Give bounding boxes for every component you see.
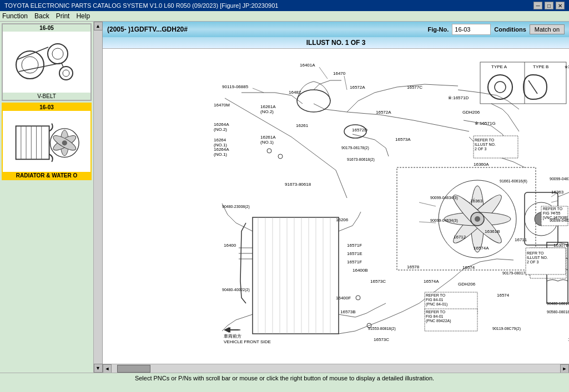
sidebar-item-radiator-code: 16-03 <box>3 104 90 111</box>
svg-text:16264A: 16264A <box>214 147 229 152</box>
scroll-left-button[interactable]: ◄ <box>103 364 112 373</box>
svg-point-0 <box>16 51 44 79</box>
minimize-button[interactable]: ─ <box>533 2 542 9</box>
conditions-label: Conditions <box>494 26 526 33</box>
main-layout: 16-05 V-B <box>0 22 569 373</box>
svg-text:16360A: 16360A <box>474 162 489 167</box>
menu-function[interactable]: Function <box>2 12 28 20</box>
svg-text:REFER TO: REFER TO <box>426 310 446 314</box>
svg-text:16400F: 16400F <box>336 296 351 301</box>
svg-text:VEHICLE FRONT SIDE: VEHICLE FRONT SIDE <box>224 339 271 344</box>
sidebar-container: 16-05 V-B <box>0 22 103 373</box>
svg-text:90099-04633(3): 90099-04633(3) <box>550 218 569 223</box>
sidebar-item-radiator[interactable]: 16-03 <box>2 103 92 180</box>
svg-text:16307B: 16307B <box>553 243 569 248</box>
svg-text:90099-04634(3): 90099-04634(3) <box>430 196 458 200</box>
svg-text:90580-08018(2): 90580-08018(2) <box>547 310 569 314</box>
svg-text:16470M: 16470M <box>214 103 230 108</box>
svg-point-19 <box>62 140 67 145</box>
svg-text:16572A: 16572A <box>376 110 391 115</box>
diagram-svg: .lbl { font-size: 8px; font-family: Aria… <box>103 49 569 364</box>
svg-text:※:16571G: ※:16571G <box>475 121 496 126</box>
svg-text:※:16571D: ※:16571D <box>448 95 469 100</box>
content-header: (2005- )1GDFTV...GDH20# Fig-No. Conditio… <box>103 22 569 37</box>
svg-text:91553-80818(2): 91553-80818(2) <box>368 327 396 331</box>
svg-text:90480-40022(2): 90480-40022(2) <box>222 288 250 292</box>
svg-text:16573A: 16573A <box>395 137 411 142</box>
status-text: Select PNCs or P/Ns with scroll bar or m… <box>135 375 434 381</box>
svg-text:16573B: 16573B <box>340 309 356 314</box>
radiator-svg <box>13 116 80 166</box>
sidebar-item-vbelt[interactable]: 16-05 V-B <box>2 23 92 101</box>
match-button[interactable]: Match on <box>530 24 565 34</box>
scroll-track[interactable] <box>112 364 560 373</box>
diagram-area[interactable]: .lbl { font-size: 8px; font-family: Aria… <box>103 49 569 364</box>
fig-no-input[interactable] <box>452 24 491 35</box>
svg-text:REFER TO: REFER TO <box>426 293 446 297</box>
close-button[interactable]: ✕ <box>556 2 565 9</box>
svg-text:16578: 16578 <box>407 264 420 269</box>
status-bar: Select PNCs or P/Ns with scroll bar or m… <box>0 373 569 383</box>
svg-text:16363: 16363 <box>470 198 483 203</box>
svg-text:(NO.1): (NO.1) <box>214 152 227 157</box>
svg-text:16573C: 16573C <box>374 337 389 342</box>
scroll-right-button[interactable]: ► <box>560 364 569 373</box>
menu-help[interactable]: Help <box>76 12 90 20</box>
svg-text:16400: 16400 <box>224 243 236 248</box>
svg-text:REFR TO: REFR TO <box>527 251 544 255</box>
window-controls: ─ □ ✕ <box>533 2 565 9</box>
maximize-button[interactable]: □ <box>545 2 553 9</box>
svg-text:90099-04634(3): 90099-04634(3) <box>430 218 458 223</box>
svg-text:GDH206: GDH206 <box>462 110 480 115</box>
sidebar-item-radiator-image <box>3 111 90 172</box>
svg-text:(NO.2): (NO.2) <box>214 127 227 132</box>
svg-point-48 <box>475 216 480 222</box>
svg-text:16470: 16470 <box>333 71 346 76</box>
svg-text:GDH206: GDH206 <box>458 282 476 287</box>
sidebar-scroll-up[interactable]: ▲ <box>94 22 103 30</box>
scroll-thumb[interactable] <box>117 365 150 373</box>
sidebar-item-radiator-label: RADIATOR & WATER O <box>3 172 90 179</box>
sidebar-scroll-down[interactable]: ▼ <box>94 364 103 373</box>
svg-text:16206: 16206 <box>336 217 349 222</box>
sidebar-item-vbelt-label: V-BELT <box>3 93 90 100</box>
svg-text:90119-08C79(2): 90119-08C79(2) <box>492 327 521 331</box>
svg-text:ILLUST NO.: ILLUST NO. <box>475 142 496 146</box>
fig-section: Fig-No. Conditions Match on <box>427 24 565 35</box>
svg-text:91673-80618(2): 91673-80618(2) <box>347 157 375 162</box>
svg-text:16261A: 16261A <box>260 135 276 140</box>
svg-text:REFER TO: REFER TO <box>543 207 563 211</box>
svg-text:90480-16014(2): 90480-16014(2) <box>547 302 569 306</box>
title-bar: TOYOTA ELECTRONIC PARTS CATALOG SYSTEM V… <box>0 0 569 11</box>
svg-point-4 <box>59 67 73 80</box>
svg-text:16401A: 16401A <box>300 63 315 68</box>
svg-text:TYPE A: TYPE A <box>491 64 507 69</box>
svg-text:91673-80618: 91673-80618 <box>285 182 311 187</box>
svg-text:(PNC 89422A): (PNC 89422A) <box>426 319 451 323</box>
content-area: (2005- )1GDFTV...GDH20# Fig-No. Conditio… <box>103 22 569 373</box>
svg-text:16363: 16363 <box>551 190 564 195</box>
svg-text:16361B: 16361B <box>485 229 500 234</box>
svg-text:16574: 16574 <box>497 293 510 298</box>
svg-text:16711: 16711 <box>515 237 527 242</box>
svg-text:91661-60616(6): 91661-60616(6) <box>500 179 527 184</box>
horizontal-scrollbar: ◄ ► <box>103 364 569 373</box>
svg-text:16577C: 16577C <box>407 85 422 90</box>
svg-text:16573C: 16573C <box>370 279 386 284</box>
svg-text:90179-06178(2): 90179-06178(2) <box>341 146 369 150</box>
diagram-canvas: .lbl { font-size: 8px; font-family: Aria… <box>103 49 569 364</box>
svg-text:16571F: 16571F <box>347 243 362 248</box>
svg-text:16264: 16264 <box>214 138 226 142</box>
svg-text:16572A: 16572A <box>350 85 365 90</box>
svg-text:90099-04633(3): 90099-04633(3) <box>550 177 569 181</box>
illust-text: ILLUST NO. 1 OF 3 <box>306 39 366 47</box>
menu-print[interactable]: Print <box>56 12 70 20</box>
svg-text:2 OF 3: 2 OF 3 <box>527 260 539 264</box>
svg-text:16712: 16712 <box>454 235 466 240</box>
svg-text:90119-06885: 90119-06885 <box>222 84 249 89</box>
menu-back[interactable]: Back <box>34 12 49 20</box>
illust-bar: ILLUST NO. 1 OF 3 <box>103 37 569 49</box>
vehicle-info: (2005- )1GDFTV...GDH20# <box>107 26 423 33</box>
svg-text:REFER TO: REFER TO <box>475 138 495 142</box>
svg-text:16572D: 16572D <box>352 128 367 133</box>
